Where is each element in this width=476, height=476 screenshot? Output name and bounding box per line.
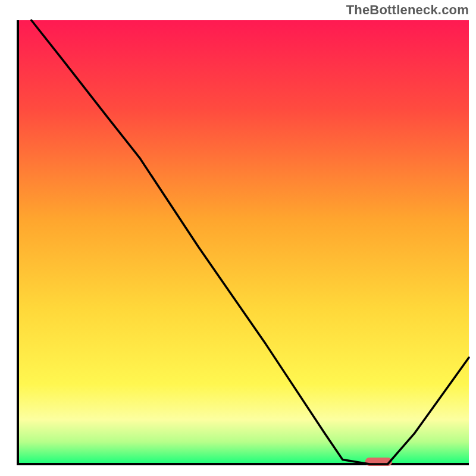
- bottleneck-chart: [0, 0, 476, 476]
- chart-background-gradient: [18, 20, 469, 464]
- watermark-text: TheBottleneck.com: [346, 2, 469, 18]
